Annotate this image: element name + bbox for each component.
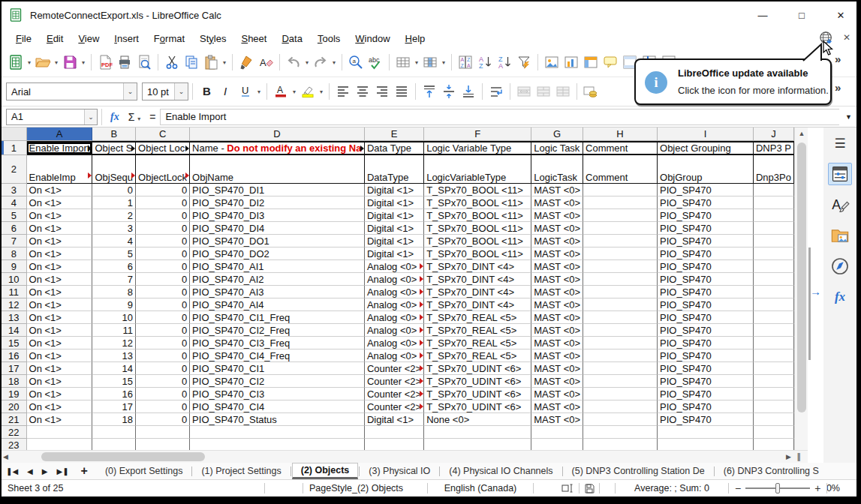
format-currency-icon[interactable]	[582, 82, 600, 100]
row-header-14[interactable]: 14	[2, 324, 27, 337]
cell-B13[interactable]: 10	[92, 311, 136, 324]
average-sum-status[interactable]: Average: ; Sum: 0	[616, 480, 728, 496]
row-header-17[interactable]: 17	[2, 362, 27, 375]
column-header-D[interactable]: D	[190, 128, 365, 141]
row-header-5[interactable]: 5	[2, 209, 27, 222]
cell-F22[interactable]	[424, 426, 531, 439]
cell-H3[interactable]	[583, 184, 658, 196]
insert-pivot-table-icon[interactable]	[582, 53, 600, 71]
cell-A1[interactable]: Enable Import	[27, 141, 93, 155]
cell-F1[interactable]: Logic Variable Type	[424, 141, 531, 155]
cell-H14[interactable]	[583, 324, 658, 337]
cell-G13[interactable]: MAST <0>	[531, 311, 583, 324]
cell-I15[interactable]: PIO_SP470	[658, 337, 754, 350]
cell-C9[interactable]: 0	[136, 260, 190, 273]
insert-column-icon[interactable]	[421, 53, 439, 71]
column-header-A[interactable]: A	[27, 128, 93, 141]
add-sheet-button[interactable]: +	[74, 464, 97, 478]
cell-D10[interactable]: PIO_SP470_AI2	[190, 273, 365, 286]
cell-A21[interactable]: On <1>	[27, 413, 93, 426]
cell-H21[interactable]	[583, 413, 658, 426]
cell-D17[interactable]: PIO_SP470_CI1	[190, 362, 365, 375]
cell-B17[interactable]: 14	[92, 362, 136, 375]
menu-data[interactable]: Data	[275, 31, 309, 46]
font-size-combo[interactable]: 10 pt ⌄	[142, 82, 188, 100]
column-header-J[interactable]: J	[754, 128, 794, 141]
cell-C14[interactable]: 0	[136, 324, 190, 337]
cell-H15[interactable]	[583, 337, 658, 350]
cell-D16[interactable]: PIO_SP470_CI4_Freq	[190, 350, 365, 362]
column-header-I[interactable]: I	[658, 128, 754, 141]
cell-F19[interactable]: T_SPx70_UDINT <6>	[424, 388, 531, 400]
column-header-F[interactable]: F	[424, 128, 531, 141]
cell-F7[interactable]: T_SPx70_BOOL <11>	[424, 235, 531, 248]
cell-F14[interactable]: T_SPx70_REAL <5>	[424, 324, 531, 337]
maximize-button[interactable]: □	[792, 10, 811, 21]
cell-E12[interactable]: Analog <0>	[365, 298, 424, 311]
cell-E4[interactable]: Digital <1>	[365, 196, 424, 209]
cell-B12[interactable]: 9	[92, 298, 136, 311]
find-replace-icon[interactable]: a	[347, 53, 365, 71]
row-header-3[interactable]: 3	[2, 184, 27, 196]
cell-C1[interactable]: Object Loc	[136, 141, 190, 155]
sheet-tab-6[interactable]: (6) DNP3 Controlling S	[715, 464, 827, 478]
cell-F11[interactable]: T_SPx70_DINT <4>	[424, 286, 531, 298]
row-header-20[interactable]: 20	[2, 400, 27, 413]
cell-D6[interactable]: PIO_SP470_DI4	[190, 222, 365, 235]
new-document-dropdown-icon[interactable]: ▾	[26, 59, 33, 66]
cell-C4[interactable]: 0	[136, 196, 190, 209]
sheet-tab-1[interactable]: (1) Project Settings	[193, 464, 289, 478]
row-header-10[interactable]: 10	[2, 273, 27, 286]
cell-H20[interactable]	[583, 400, 658, 413]
cell-I20[interactable]: PIO_SP470	[658, 400, 754, 413]
cell-A14[interactable]: On <1>	[27, 324, 93, 337]
cell-H4[interactable]	[583, 196, 658, 209]
cell-H18[interactable]	[583, 375, 658, 388]
toolbar-overflow-icon[interactable]: »	[835, 81, 838, 94]
next-sheet-icon[interactable]: ▶	[38, 467, 53, 476]
cell-A11[interactable]: On <1>	[27, 286, 93, 298]
last-sheet-icon[interactable]: ▶❚	[52, 467, 73, 476]
cell-D5[interactable]: PIO_SP470_DI3	[190, 209, 365, 222]
cell-C18[interactable]: 0	[136, 375, 190, 388]
cell-G19[interactable]: MAST <0>	[531, 388, 583, 400]
sort-descending-icon[interactable]: ZA	[495, 53, 513, 71]
cell-F3[interactable]: T_SPx70_BOOL <11>	[424, 184, 531, 196]
sort-icon[interactable]: AZZA	[456, 53, 474, 71]
scroll-up-icon[interactable]: ▲	[795, 128, 808, 140]
menu-insert[interactable]: Insert	[107, 31, 146, 46]
cell-E15[interactable]: Analog <0>	[365, 337, 424, 350]
menu-window[interactable]: Window	[348, 31, 396, 46]
italic-icon[interactable]: I	[217, 82, 235, 100]
cell-C23[interactable]	[136, 439, 190, 450]
cell-E8[interactable]: Digital <1>	[365, 248, 424, 260]
cell-E16[interactable]: Analog <0>	[365, 350, 424, 362]
navigator-icon[interactable]	[828, 255, 852, 278]
cell-B16[interactable]: 13	[92, 350, 136, 362]
cell-F9[interactable]: T_SPx70_DINT <4>	[424, 260, 531, 273]
scroll-right-icon[interactable]: ▶	[786, 451, 791, 463]
cell-E21[interactable]: Digital <1>	[365, 413, 424, 426]
align-bottom-icon[interactable]	[459, 82, 477, 100]
cell-I11[interactable]: PIO_SP470	[658, 286, 754, 298]
insert-column-dropdown-icon[interactable]: ▾	[440, 59, 447, 66]
cell-J17[interactable]	[754, 362, 794, 375]
insert-chart-icon[interactable]	[562, 53, 580, 71]
bold-icon[interactable]: B	[197, 82, 215, 100]
cell-H9[interactable]	[583, 260, 658, 273]
font-color-icon[interactable]: A	[272, 82, 290, 100]
undo-dropdown-icon[interactable]: ▾	[303, 59, 311, 66]
cell-B23[interactable]	[92, 439, 136, 450]
cell-F21[interactable]: None <0>	[424, 413, 531, 426]
align-right-icon[interactable]	[373, 82, 391, 100]
cell-C13[interactable]: 0	[136, 311, 190, 324]
minimize-button[interactable]: —	[753, 10, 772, 21]
cell-A3[interactable]: On <1>	[27, 184, 93, 196]
clone-formatting-icon[interactable]	[237, 53, 255, 71]
cell-A12[interactable]: On <1>	[27, 298, 93, 311]
menu-styles[interactable]: Styles	[193, 31, 233, 46]
first-sheet-icon[interactable]: ❚◀	[2, 467, 23, 476]
cell-E7[interactable]: Digital <1>	[365, 235, 424, 248]
cell-H19[interactable]	[583, 388, 658, 400]
cell-C15[interactable]: 0	[136, 337, 190, 350]
